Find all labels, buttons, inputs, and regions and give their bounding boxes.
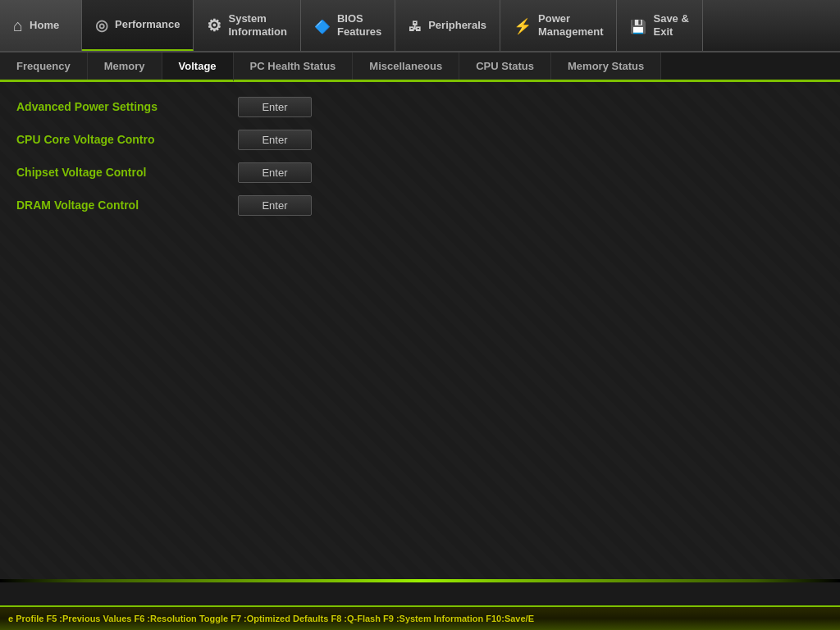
tab-cpu-status[interactable]: CPU Status <box>459 52 551 80</box>
top-navigation: Home Performance System Information BIOS… <box>0 0 840 52</box>
nav-bios-features[interactable]: BIOS Features <box>301 0 395 51</box>
advanced-power-settings-label: Advanced Power Settings <box>16 100 238 113</box>
save-icon <box>630 15 646 36</box>
tab-frequency[interactable]: Frequency <box>0 52 88 80</box>
peripherals-icon <box>409 15 422 36</box>
bios-icon <box>314 15 331 36</box>
power-icon <box>514 15 532 36</box>
status-bar-text: e Profile F5 :Previous Values F6 :Resolu… <box>8 614 534 623</box>
cpu-core-voltage-enter[interactable]: Enter <box>238 130 312 150</box>
chipset-voltage-label: Chipset Voltage Control <box>16 166 238 179</box>
nav-home[interactable]: Home <box>0 0 82 51</box>
advanced-power-settings-enter[interactable]: Enter <box>238 97 312 117</box>
chipset-voltage-enter[interactable]: Enter <box>238 162 312 183</box>
dram-voltage-label: DRAM Voltage Control <box>16 199 238 212</box>
nav-peripherals[interactable]: Peripherals <box>395 0 500 51</box>
tab-pc-health-status[interactable]: PC Health Status <box>234 52 354 80</box>
tab-bar: Frequency Memory Voltage PC Health Statu… <box>0 52 840 82</box>
system-icon <box>207 15 221 36</box>
dram-voltage-enter[interactable]: Enter <box>238 195 312 216</box>
performance-icon <box>95 14 108 35</box>
tab-memory[interactable]: Memory <box>88 52 162 80</box>
bottom-status-bar: e Profile F5 :Previous Values F6 :Resolu… <box>0 605 840 630</box>
tab-memory-status[interactable]: Memory Status <box>551 52 661 80</box>
settings-row-cpu-core-voltage: CPU Core Voltage Contro Enter <box>0 123 840 156</box>
settings-row-dram-voltage: DRAM Voltage Control Enter <box>0 189 840 221</box>
nav-performance[interactable]: Performance <box>82 0 194 51</box>
nav-save-exit[interactable]: Save & Exit <box>617 0 702 51</box>
nav-system-information[interactable]: System Information <box>194 0 301 51</box>
main-content: Advanced Power Settings Enter CPU Core V… <box>0 82 840 579</box>
green-divider <box>0 579 840 582</box>
settings-row-chipset-voltage: Chipset Voltage Control Enter <box>0 156 840 189</box>
settings-row-advanced-power: Advanced Power Settings Enter <box>0 90 840 123</box>
cpu-core-voltage-label: CPU Core Voltage Contro <box>16 133 238 146</box>
tab-miscellaneous[interactable]: Miscellaneous <box>353 52 459 80</box>
nav-power-management[interactable]: Power Management <box>500 0 617 51</box>
tab-voltage[interactable]: Voltage <box>162 52 234 82</box>
home-icon <box>13 15 23 36</box>
